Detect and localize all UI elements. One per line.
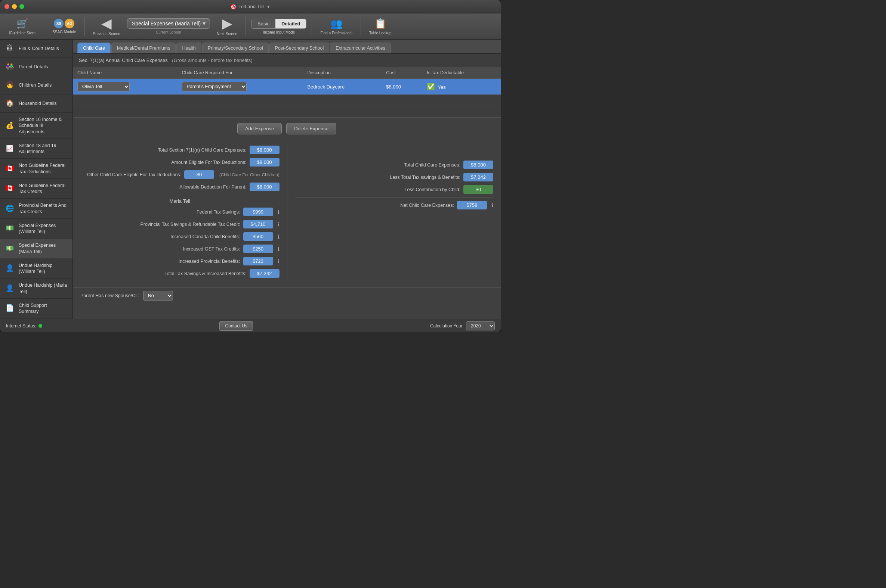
maximize-button[interactable] xyxy=(20,4,24,9)
ag-badge: AG xyxy=(65,19,74,28)
canada-flag-icon-deductions: 🇨🇦 xyxy=(5,164,15,174)
toolbar-divider-4 xyxy=(311,17,312,36)
sidebar-item-children-details[interactable]: 👧 Children Details xyxy=(0,76,72,94)
col-tax-deductable: Is Tax Deductable xyxy=(422,67,501,79)
stat-value-allowable: $8,000 xyxy=(250,183,280,191)
sidebar-item-child-support-summary[interactable]: 📄 Child Support Summary xyxy=(0,298,72,319)
stats-divider xyxy=(80,195,280,195)
section-title-text: Sec. 7(1)(a) Annual Child Care Expenses xyxy=(79,57,168,63)
tab-child-care[interactable]: Child Care xyxy=(77,42,111,53)
next-screen-button[interactable]: ▶ Next Screen xyxy=(214,15,240,38)
stat-value-canada-child: $560 xyxy=(243,232,273,241)
detailed-mode-button[interactable]: Detailed xyxy=(275,19,307,28)
stat-value-eligible: $8,000 xyxy=(250,158,280,166)
sidebar-item-special-expenses-william[interactable]: 💵 Special Expenses (William Tell) xyxy=(0,219,72,239)
minimize-button[interactable] xyxy=(12,4,17,9)
sidebar-label-deductions: Non Guideline Federal Tax Deductions xyxy=(19,162,68,175)
ssag-label: SSAG Module xyxy=(52,30,76,34)
stat-row-total-tax-savings: Total Tax Savings & Increased Benefits: … xyxy=(80,269,280,278)
expense-table: Child Name Child Care Required For Descr… xyxy=(73,67,501,117)
right-panel-divider xyxy=(295,198,493,198)
previous-screen-button[interactable]: ◀ Previous Screen xyxy=(90,15,123,38)
sidebar-item-file-court[interactable]: 🏛 File & Court Details xyxy=(0,40,72,58)
cell-child-name: Olivia Tell xyxy=(73,79,178,95)
cart-icon: 🛒 xyxy=(17,18,29,30)
table-row[interactable]: Olivia Tell Parent's Employment Bedrock … xyxy=(73,79,501,95)
document-icon: 📄 xyxy=(5,303,15,314)
parent-spouse-row: Parent Has new Spouse/CL: No Yes xyxy=(73,288,501,303)
stat-value-net-child-care: $758 xyxy=(457,201,487,210)
sidebar-label-summary: Child Support Summary xyxy=(19,302,68,315)
sidebar-label-special-william: Special Expenses (William Tell) xyxy=(19,222,68,235)
stat-value-total-tax-savings: $7,242 xyxy=(250,269,280,278)
parents-icon: 👫 xyxy=(5,62,15,72)
internet-status-label: Internet Status: xyxy=(6,323,36,328)
find-professional-button[interactable]: 👥 Find a Professional xyxy=(317,16,355,37)
sidebar-item-special-expenses-maria[interactable]: 💵 Special Expenses (Maria Tell) xyxy=(0,238,72,259)
stat-label-eligible: Amount Eligible For Tax Deductions: xyxy=(80,160,247,165)
table-lookup-button[interactable]: 📋 Table Lookup xyxy=(366,16,395,37)
tab-medical-dental[interactable]: Medical/Dental Premiums xyxy=(111,42,176,53)
money-william-icon: 💵 xyxy=(5,223,15,234)
sidebar-item-household-details[interactable]: 🏠 Household Details xyxy=(0,94,72,113)
sidebar-item-non-guideline-credits[interactable]: 🇨🇦 Non Guideline Federal Tax Credits xyxy=(0,179,72,199)
current-screen-dropdown[interactable]: Special Expenses (Maria Tell) ▼ xyxy=(127,18,210,29)
tab-health[interactable]: Health xyxy=(176,42,201,53)
close-button[interactable] xyxy=(5,4,9,9)
parent-spouse-dropdown[interactable]: No Yes xyxy=(143,291,173,300)
sidebar-item-undue-hardship-william[interactable]: 👤 Undue Hardship (William Tell) xyxy=(0,259,72,279)
child-icon: 👧 xyxy=(5,80,15,90)
back-arrow-icon: ◀ xyxy=(101,17,112,30)
sidebar-item-provincial-benefits[interactable]: 🌐 Provincial Benefits And Tax Credits xyxy=(0,199,72,219)
sidebar-label-section16: Section 16 Income & Schedule III Adjustm… xyxy=(19,117,68,135)
stat-row-other-childcare: Other Child Care Eligible For Tax Deduct… xyxy=(80,170,280,179)
tab-primary-secondary[interactable]: Primary/Secondary School xyxy=(202,42,269,53)
sidebar-label-file-court: File & Court Details xyxy=(19,45,59,51)
stats-area: Total Section 7(1)(a) Child Care Expense… xyxy=(73,140,501,288)
section-title: Sec. 7(1)(a) Annual Child Care Expenses … xyxy=(73,54,501,67)
contact-us-button[interactable]: Contact Us xyxy=(220,321,253,331)
ssag-module-button[interactable]: SS AG SSAG Module xyxy=(49,17,79,36)
cell-child-care-for: Parent's Employment xyxy=(178,79,303,95)
sidebar-item-parent-details[interactable]: 👫 Parent Details xyxy=(0,58,72,76)
sidebar-item-section16[interactable]: 💰 Section 16 Income & Schedule III Adjus… xyxy=(0,113,72,139)
tab-extracurricular[interactable]: Extracurricular Activities xyxy=(330,42,391,53)
iguideline-label: iGuideline Store xyxy=(9,31,36,35)
info-icon-gst[interactable]: ℹ xyxy=(278,246,280,252)
basic-mode-button[interactable]: Basic xyxy=(251,19,275,28)
people-icon: 👥 xyxy=(330,18,342,30)
info-icon-federal-tax[interactable]: ℹ xyxy=(278,209,280,215)
sidebar-label-children: Children Details xyxy=(19,82,51,88)
info-icon-provincial-benefits[interactable]: ℹ xyxy=(278,258,280,264)
child-care-for-dropdown[interactable]: Parent's Employment xyxy=(182,82,247,92)
iguideline-store-button[interactable]: 🛒 iGuideline Store xyxy=(6,16,39,37)
info-icon-net-child-care[interactable]: ℹ xyxy=(491,202,493,208)
calculation-year-dropdown[interactable]: 2020 2021 2022 xyxy=(466,321,495,330)
stat-label-total-child-care-exp: Total Child Care Expenses: xyxy=(295,162,461,168)
current-screen-selector: Special Expenses (Maria Tell) ▼ Current … xyxy=(127,18,210,34)
title-bar: 🎯 Tell-and-Tell ▼ xyxy=(0,0,501,14)
delete-expense-button[interactable]: Delete Expense xyxy=(286,123,336,134)
info-icon-provincial-tax[interactable]: ℹ xyxy=(278,221,280,227)
add-expense-button[interactable]: Add Expense xyxy=(237,123,282,134)
sidebar-label-special-maria: Special Expenses (Maria Tell) xyxy=(19,242,68,255)
sidebar-item-non-guideline-deductions[interactable]: 🇨🇦 Non Guideline Federal Tax Deductions xyxy=(0,159,72,179)
info-icon-canada-child[interactable]: ℹ xyxy=(278,234,280,240)
stat-value-provincial-tax: $4,710 xyxy=(243,220,273,228)
current-screen-label: Special Expenses (Maria Tell) xyxy=(132,21,201,27)
stat-row-eligible: Amount Eligible For Tax Deductions: $8,0… xyxy=(80,158,280,166)
table-empty-row-2 xyxy=(73,106,501,117)
sidebar-item-undue-hardship-maria[interactable]: 👤 Undue Hardship (Maria Tell) xyxy=(0,279,72,298)
stat-label-allowable: Allowable Deduction For Parent: xyxy=(80,184,247,190)
sidebar-item-section18[interactable]: 📈 Section 18 and 19 Adjustments xyxy=(0,139,72,159)
tab-post-secondary[interactable]: Post-Secondary School xyxy=(269,42,329,53)
stat-row-total-child-care-expenses: Total Child Care Expenses: $8,000 xyxy=(295,160,493,169)
stat-label-total-childcare: Total Section 7(1)(a) Child Care Expense… xyxy=(80,147,247,153)
ssag-badge: SS AG xyxy=(54,19,74,28)
child-name-dropdown[interactable]: Olivia Tell xyxy=(77,82,130,92)
cell-tax-deductable: ✅ Yes xyxy=(422,79,501,95)
next-screen-label: Next Screen xyxy=(217,32,237,36)
input-mode-group: Basic Detailed Income Input Mode xyxy=(251,19,307,34)
traffic-lights xyxy=(5,4,24,9)
content-area: Child Care Medical/Dental Premiums Healt… xyxy=(73,40,501,319)
